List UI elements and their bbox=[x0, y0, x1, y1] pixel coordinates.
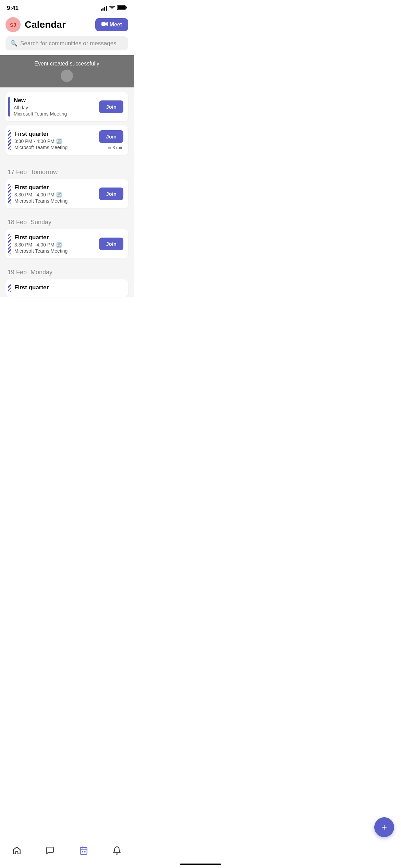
search-bar[interactable]: 🔍 Search for communities or messages bbox=[5, 36, 128, 50]
event-info-17feb-fq: First quarter 3:30 PM - 4:00 PM 🔄 Micros… bbox=[14, 184, 96, 204]
event-actions-18feb-fq: Join bbox=[99, 238, 123, 250]
event-location-new: Microsoft Teams Meeting bbox=[14, 111, 96, 117]
event-stripe-18feb-fq bbox=[8, 234, 11, 254]
event-card-19feb-fq: First quarter bbox=[5, 279, 128, 297]
svg-point-0 bbox=[112, 10, 112, 10]
search-icon: 🔍 bbox=[10, 40, 17, 47]
search-bar-container: 🔍 Search for communities or messages bbox=[0, 36, 134, 55]
event-info-19feb-fq: First quarter bbox=[14, 284, 123, 292]
event-title-19feb-fq: First quarter bbox=[14, 284, 123, 291]
event-title-today-fq: First quarter bbox=[14, 131, 96, 137]
event-time-today-fq: 3:30 PM - 4:00 PM 🔄 bbox=[14, 138, 96, 144]
event-stripe-19feb-fq bbox=[8, 284, 11, 292]
event-info-18feb-fq: First quarter 3:30 PM - 4:00 PM 🔄 Micros… bbox=[14, 234, 96, 254]
event-card-new: New All day Microsoft Teams Meeting Join bbox=[5, 92, 128, 121]
repeat-icon: 🔄 bbox=[56, 138, 62, 144]
date-section-19feb: 19 Feb Monday bbox=[5, 263, 128, 279]
svg-marker-5 bbox=[106, 22, 108, 26]
header: SJ Calendar Meet bbox=[0, 14, 134, 36]
join-button-18feb-fq[interactable]: Join bbox=[99, 238, 123, 250]
wifi-icon bbox=[109, 5, 115, 11]
main-content: New All day Microsoft Teams Meeting Join… bbox=[0, 87, 134, 297]
join-button-new[interactable]: Join bbox=[99, 100, 123, 113]
repeat-icon-18feb: 🔄 bbox=[56, 242, 62, 248]
search-input[interactable]: Search for communities or messages bbox=[20, 40, 117, 47]
date-label-17feb: 17 Feb Tomorrow bbox=[5, 169, 128, 176]
join-button-today-fq[interactable]: Join bbox=[99, 130, 123, 143]
date-section-17feb: 17 Feb Tomorrow bbox=[5, 162, 128, 179]
event-location-today-fq: Microsoft Teams Meeting bbox=[14, 145, 96, 150]
event-location-18feb-fq: Microsoft Teams Meeting bbox=[14, 248, 96, 254]
time-badge-today-fq: in 3 min bbox=[108, 145, 123, 150]
repeat-icon-17feb: 🔄 bbox=[56, 192, 62, 197]
battery-icon bbox=[117, 5, 127, 11]
date-label-19feb: 19 Feb Monday bbox=[5, 269, 128, 276]
notification-message: Event created successfully bbox=[34, 61, 99, 67]
page-title: Calendar bbox=[25, 19, 95, 30]
event-actions-17feb-fq: Join bbox=[99, 188, 123, 200]
event-card-18feb-fq: First quarter 3:30 PM - 4:00 PM 🔄 Micros… bbox=[5, 229, 128, 258]
svg-rect-4 bbox=[101, 22, 106, 26]
today-section: New All day Microsoft Teams Meeting Join… bbox=[5, 87, 128, 162]
event-card-today-fq: First quarter 3:30 PM - 4:00 PM 🔄 Micros… bbox=[5, 125, 128, 155]
meet-button[interactable]: Meet bbox=[95, 18, 128, 31]
signal-icon bbox=[101, 6, 107, 11]
date-label-18feb: 18 Feb Sunday bbox=[5, 219, 128, 226]
event-title-17feb-fq: First quarter bbox=[14, 184, 96, 191]
banner-handle bbox=[61, 70, 73, 82]
status-time: 9:41 bbox=[7, 5, 19, 12]
event-actions-new: Join bbox=[99, 100, 123, 113]
event-time-18feb-fq: 3:30 PM - 4:00 PM 🔄 bbox=[14, 242, 96, 248]
camera-icon bbox=[101, 22, 108, 28]
event-location-17feb-fq: Microsoft Teams Meeting bbox=[14, 198, 96, 204]
event-card-17feb-fq: First quarter 3:30 PM - 4:00 PM 🔄 Micros… bbox=[5, 179, 128, 208]
avatar[interactable]: SJ bbox=[5, 17, 21, 32]
event-info-today-fq: First quarter 3:30 PM - 4:00 PM 🔄 Micros… bbox=[14, 131, 96, 150]
event-title-18feb-fq: First quarter bbox=[14, 234, 96, 241]
svg-rect-3 bbox=[126, 7, 127, 9]
event-actions-today-fq: Join in 3 min bbox=[99, 130, 123, 150]
event-title-new: New bbox=[14, 97, 96, 104]
event-stripe-17feb-fq bbox=[8, 184, 11, 204]
meet-button-label: Meet bbox=[110, 22, 122, 28]
event-time-new: All day bbox=[14, 105, 96, 110]
notification-banner: Event created successfully bbox=[0, 55, 134, 87]
date-section-18feb: 18 Feb Sunday bbox=[5, 213, 128, 229]
status-bar: 9:41 bbox=[0, 0, 134, 14]
join-button-17feb-fq[interactable]: Join bbox=[99, 188, 123, 200]
event-stripe-new bbox=[8, 97, 10, 117]
status-icons bbox=[101, 5, 127, 11]
event-stripe-today-fq bbox=[8, 130, 11, 150]
event-info-new: New All day Microsoft Teams Meeting bbox=[14, 97, 96, 117]
svg-rect-2 bbox=[118, 6, 125, 9]
event-time-17feb-fq: 3:30 PM - 4:00 PM 🔄 bbox=[14, 192, 96, 197]
